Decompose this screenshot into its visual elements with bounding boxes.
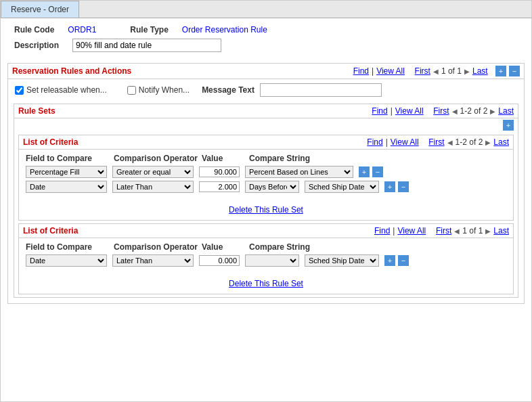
reservation-rules-nav: Find | View All First ◀ 1 of 1 ▶ Last + … xyxy=(353,66,520,76)
c1-prev-arrow[interactable]: ◀ xyxy=(447,139,453,146)
val-input-1-1[interactable] xyxy=(199,166,240,177)
compare-select-2-1a[interactable] xyxy=(245,254,299,267)
reservation-rules-title: Reservation Rules and Actions xyxy=(12,66,131,76)
rule-sets-header: Rule Sets Find | View All First ◀ 1-2 of… xyxy=(14,104,518,118)
add-row-2-1[interactable]: + xyxy=(384,255,395,266)
rule-type-value: Order Reservation Rule xyxy=(182,25,267,35)
c2-find-link[interactable]: Find xyxy=(374,226,390,236)
criteria-title-2: List of Criteria xyxy=(23,226,78,236)
criteria-col-headers-1: Field to Compare Comparison Operator Val… xyxy=(26,154,506,163)
c1-view-all-link[interactable]: View All xyxy=(391,137,419,147)
rs-find-link[interactable]: Find xyxy=(372,106,387,116)
criteria-panel-2: List of Criteria Find | View All First ◀… xyxy=(18,223,514,294)
c1-find-link[interactable]: Find xyxy=(367,137,382,147)
col-hdr-op-1: Comparison Operator xyxy=(114,154,202,163)
criteria-panel-1: List of Criteria Find | View All First ◀… xyxy=(18,135,514,221)
delete-ruleset-2[interactable]: Delete This Rule Set xyxy=(19,273,513,294)
criteria-row-1-1: Percentage Fill Date Greater or equal La… xyxy=(26,166,506,178)
c1-nav-count: 1-2 of 2 xyxy=(456,137,483,147)
field-select-1-2[interactable]: Date Percentage Fill xyxy=(26,181,107,193)
description-label: Description xyxy=(14,41,59,50)
set-releasable-checkbox-item: Set releasable when... xyxy=(15,85,107,95)
prev-arrow[interactable]: ◀ xyxy=(433,68,439,75)
last-link[interactable]: Last xyxy=(472,66,488,76)
add-rule-button[interactable]: + xyxy=(495,66,506,76)
rs-prev-arrow[interactable]: ◀ xyxy=(452,108,458,115)
c2-view-all-link[interactable]: View All xyxy=(397,226,426,236)
compare-select-1-1a[interactable]: Percent Based on Lines Days Before xyxy=(245,166,353,178)
rule-code-label: Rule Code xyxy=(14,25,54,35)
message-text-label: Message Text xyxy=(202,85,254,95)
c1-next-arrow[interactable]: ▶ xyxy=(485,139,491,146)
c1-first-link[interactable]: First xyxy=(428,137,444,147)
criteria-nav-2: Find | View All First ◀ 1 of 1 ▶ Last xyxy=(374,226,509,236)
set-releasable-checkbox[interactable] xyxy=(15,86,24,95)
compare-select-1-2b[interactable]: Sched Ship Date xyxy=(305,181,379,193)
field-select-1-1[interactable]: Percentage Fill Date xyxy=(26,166,107,178)
op-select-2-1[interactable]: Later Than Greater or equal xyxy=(112,254,194,267)
op-select-1-2[interactable]: Later Than Greater or equal xyxy=(112,181,194,193)
find-link[interactable]: Find xyxy=(353,66,369,76)
rule-sets-nav: Find | View All First ◀ 1-2 of 2 ▶ Last xyxy=(372,106,514,116)
criteria-table-1: Field to Compare Comparison Operator Val… xyxy=(19,150,513,200)
criteria-col-headers-2: Field to Compare Comparison Operator Val… xyxy=(26,242,506,252)
col-hdr-field-1: Field to Compare xyxy=(26,154,114,163)
col-hdr-compare-2: Compare String xyxy=(249,242,506,252)
reservation-rules-panel: Reservation Rules and Actions Find | Vie… xyxy=(7,63,525,304)
rule-type-label: Rule Type xyxy=(130,25,168,35)
criteria-header-1: List of Criteria Find | View All First ◀… xyxy=(19,135,513,150)
checkbox-row: Set releasable when... Notify When... Me… xyxy=(8,79,524,101)
add-row-1-1[interactable]: + xyxy=(359,166,370,177)
rs-view-all-link[interactable]: View All xyxy=(395,106,424,116)
field-select-2-1[interactable]: Date Percentage Fill xyxy=(26,254,107,267)
op-select-1-1[interactable]: Greater or equal Later Than xyxy=(112,166,194,178)
compare-select-1-2a[interactable]: Days Before xyxy=(245,181,299,193)
reserve-order-tab[interactable]: Reserve - Order xyxy=(1,1,79,18)
rule-sets-panel: Rule Sets Find | View All First ◀ 1-2 of… xyxy=(14,104,518,298)
next-arrow[interactable]: ▶ xyxy=(464,68,470,75)
rs-next-arrow[interactable]: ▶ xyxy=(490,108,495,115)
c2-first-link[interactable]: First xyxy=(436,226,451,236)
criteria-nav-1: Find | View All First ◀ 1-2 of 2 ▶ Last xyxy=(367,137,509,147)
criteria-table-2: Field to Compare Comparison Operator Val… xyxy=(19,238,513,273)
delete-ruleset-1[interactable]: Delete This Rule Set xyxy=(19,200,513,220)
rs-first-link[interactable]: First xyxy=(433,106,449,116)
col-hdr-op-2: Comparison Operator xyxy=(114,242,202,252)
tab-bar: Reserve - Order xyxy=(1,1,531,18)
rule-sets-title: Rule Sets xyxy=(18,106,56,116)
first-link[interactable]: First xyxy=(415,66,430,76)
val-input-1-2[interactable] xyxy=(199,181,240,192)
col-hdr-field-2: Field to Compare xyxy=(26,242,114,252)
c2-last-link[interactable]: Last xyxy=(493,226,509,236)
c2-nav-count: 1 of 1 xyxy=(462,226,483,236)
compare-select-2-1b[interactable]: Sched Ship Date xyxy=(305,254,379,267)
remove-row-1-1[interactable]: − xyxy=(372,166,383,177)
rs-nav-count: 1-2 of 2 xyxy=(460,106,488,116)
set-releasable-label: Set releasable when... xyxy=(26,85,107,95)
col-hdr-val-1: Value xyxy=(202,154,249,163)
criteria-row-1-2: Date Percentage Fill Later Than Greater … xyxy=(26,181,506,193)
add-row-1-2[interactable]: + xyxy=(384,181,395,192)
criteria-header-2: List of Criteria Find | View All First ◀… xyxy=(19,224,513,238)
c1-last-link[interactable]: Last xyxy=(493,137,509,147)
col-hdr-val-2: Value xyxy=(202,242,249,252)
remove-rule-button[interactable]: − xyxy=(509,66,520,76)
remove-row-1-2[interactable]: − xyxy=(398,181,409,192)
val-input-2-1[interactable] xyxy=(199,255,240,266)
c2-prev-arrow[interactable]: ◀ xyxy=(454,227,460,235)
description-input[interactable] xyxy=(72,39,221,52)
message-text-input[interactable] xyxy=(260,83,382,97)
notify-label: Notify When... xyxy=(139,85,190,95)
criteria-row-2-1: Date Percentage Fill Later Than Greater … xyxy=(26,254,506,267)
rs-last-link[interactable]: Last xyxy=(498,106,514,116)
rule-code-value: ORDR1 xyxy=(68,25,96,35)
notify-checkbox[interactable] xyxy=(127,86,136,95)
criteria-title-1: List of Criteria xyxy=(23,137,78,147)
nav-count: 1 of 1 xyxy=(441,66,462,76)
add-ruleset-button[interactable]: + xyxy=(503,120,514,131)
view-all-link[interactable]: View All xyxy=(376,66,405,76)
page-container: Reserve - Order Rule Code ORDR1 Rule Typ… xyxy=(0,0,532,402)
remove-row-2-1[interactable]: − xyxy=(398,255,409,266)
c2-next-arrow[interactable]: ▶ xyxy=(485,227,491,235)
col-hdr-compare-1: Compare String xyxy=(249,154,506,163)
